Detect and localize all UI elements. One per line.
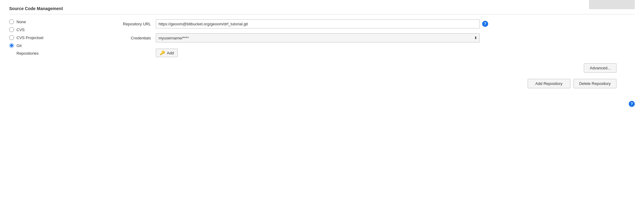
- credentials-label: Credentials: [95, 36, 156, 40]
- credentials-input-area: myusername/****: [156, 33, 635, 42]
- radio-item-cvs[interactable]: CVS: [9, 27, 95, 32]
- scm-row: None CVS CVS Projectset Git Repositories: [9, 19, 635, 88]
- repository-url-input-area: ?: [156, 19, 635, 28]
- page-container: Source Code Management None CVS CVS Proj…: [0, 0, 644, 94]
- section-title: Source Code Management: [9, 6, 635, 14]
- top-placeholder-button: [589, 0, 635, 9]
- radio-group: None CVS CVS Projectset Git: [9, 19, 95, 48]
- add-button-area: 🔑 Add: [156, 47, 635, 57]
- radio-cvs[interactable]: [9, 27, 14, 32]
- delete-repository-button[interactable]: Delete Repository: [573, 79, 617, 88]
- repository-buttons-row: Add Repository Delete Repository: [95, 79, 635, 88]
- right-help-icon[interactable]: ?: [629, 101, 635, 107]
- radio-none-label: None: [16, 20, 26, 24]
- left-panel: None CVS CVS Projectset Git Repositories: [9, 19, 95, 60]
- radio-item-git[interactable]: Git: [9, 43, 95, 48]
- key-icon: 🔑: [160, 50, 165, 55]
- radio-cvs-projectset-label: CVS Projectset: [16, 35, 43, 40]
- radio-git[interactable]: [9, 43, 14, 48]
- add-button-label: Add: [167, 51, 174, 55]
- radio-none[interactable]: [9, 19, 14, 24]
- radio-git-label: Git: [16, 43, 22, 48]
- repository-url-label: Repository URL: [95, 22, 156, 26]
- advanced-row: Advanced...: [95, 63, 635, 73]
- repositories-section: Repositories: [16, 51, 95, 56]
- credentials-select[interactable]: myusername/****: [156, 33, 480, 42]
- add-button-row: 🔑 Add: [95, 47, 635, 57]
- repositories-label: Repositories: [16, 51, 95, 56]
- repository-url-row: Repository URL ?: [95, 19, 635, 28]
- radio-item-none[interactable]: None: [9, 19, 95, 24]
- radio-cvs-projectset[interactable]: [9, 35, 14, 40]
- advanced-button[interactable]: Advanced...: [584, 63, 617, 73]
- add-credentials-button[interactable]: 🔑 Add: [156, 49, 178, 57]
- radio-cvs-label: CVS: [16, 28, 25, 32]
- credentials-row: Credentials myusername/****: [95, 33, 635, 42]
- repository-url-input[interactable]: [156, 19, 480, 28]
- add-repository-button[interactable]: Add Repository: [528, 79, 570, 88]
- credentials-wrapper: myusername/****: [156, 33, 480, 42]
- repository-url-help-icon[interactable]: ?: [482, 21, 488, 27]
- right-panel: Repository URL ? Credentials myusername/…: [95, 19, 635, 88]
- radio-item-cvs-projectset[interactable]: CVS Projectset: [9, 35, 95, 40]
